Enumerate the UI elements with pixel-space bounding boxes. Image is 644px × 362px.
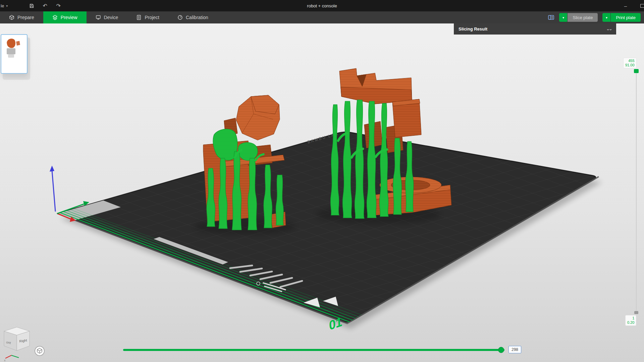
layer-bottom-height: 0.20 bbox=[627, 320, 634, 325]
save-button[interactable] bbox=[28, 2, 35, 9]
preview-layers-icon bbox=[52, 15, 58, 20]
layer-bottom-value: 1 bbox=[627, 316, 634, 320]
layer-top-height: 91.00 bbox=[625, 63, 635, 67]
save-icon bbox=[29, 3, 34, 8]
model-right[interactable] bbox=[330, 68, 451, 219]
layer-slider-top-chip: 455 91.00 bbox=[623, 58, 637, 68]
undo-button[interactable]: ↶ bbox=[41, 2, 49, 9]
tab-project[interactable]: Project bbox=[127, 11, 168, 23]
slice-plate-split-button: ▾ Slice plate bbox=[559, 13, 598, 22]
nav-cube-widget[interactable]: Right ont x bbox=[0, 324, 54, 362]
window-title: robot + console bbox=[307, 3, 337, 8]
project-document-icon bbox=[136, 15, 142, 20]
build-plate: BAMBU LAB 01 bbox=[57, 131, 599, 333]
slice-plate-dropdown[interactable]: ▾ bbox=[559, 13, 567, 22]
redo-button[interactable]: ↷ bbox=[55, 2, 62, 9]
layer-top-value: 455 bbox=[625, 59, 635, 63]
chevron-down-icon: ▾ bbox=[562, 16, 564, 19]
tab-preview[interactable]: Preview bbox=[43, 11, 87, 23]
collapse-double-chevron-icon: ⌄⌄ bbox=[606, 27, 611, 31]
tab-prepare-label: Prepare bbox=[17, 15, 34, 20]
maximize-button[interactable] bbox=[638, 2, 644, 9]
print-plate-dropdown[interactable]: ▾ bbox=[602, 13, 610, 22]
plate-list-icon[interactable] bbox=[548, 14, 554, 21]
layer-slider-handle-bottom[interactable] bbox=[634, 311, 638, 314]
plate-thumbnail-image bbox=[1, 35, 25, 72]
tab-device[interactable]: Device bbox=[87, 11, 127, 23]
slice-plate-button[interactable]: Slice plate bbox=[568, 13, 598, 22]
layer-slider-handle-top[interactable] bbox=[634, 69, 639, 73]
slicing-result-panel-header[interactable]: Slicing Result ⌄⌄ bbox=[454, 23, 616, 35]
tab-prepare[interactable]: Prepare bbox=[0, 11, 43, 23]
plate-thumbnail[interactable] bbox=[1, 34, 28, 74]
slicing-result-title: Slicing Result bbox=[459, 26, 487, 32]
layer-slider-bottom-chip: 1 0.20 bbox=[625, 315, 636, 326]
undo-icon: ↶ bbox=[43, 3, 47, 9]
titlebar: le ▾ ↶ ↷ robot + console – bbox=[0, 0, 644, 11]
calibration-gauge-icon bbox=[177, 15, 183, 20]
topbar-actions: ▾ Slice plate ▾ Print plate bbox=[548, 13, 644, 22]
layer-slider-track[interactable] bbox=[636, 71, 637, 313]
tab-calibration[interactable]: Calibration bbox=[168, 11, 217, 23]
print-plate-split-button: ▾ Print plate bbox=[602, 13, 641, 22]
tab-calibration-label: Calibration bbox=[186, 15, 208, 20]
device-monitor-icon bbox=[96, 15, 101, 20]
reset-view-button[interactable] bbox=[35, 346, 44, 356]
tab-preview-label: Preview bbox=[61, 15, 77, 20]
minimize-icon: – bbox=[624, 3, 627, 9]
nav-cube[interactable]: Right ont bbox=[4, 327, 30, 351]
tab-project-label: Project bbox=[145, 15, 159, 20]
tab-device-label: Device bbox=[104, 15, 118, 20]
move-slider-value: 298 bbox=[508, 346, 521, 353]
print-plate-button[interactable]: Print plate bbox=[611, 13, 641, 22]
maximize-icon bbox=[640, 4, 644, 8]
move-slider-track[interactable] bbox=[123, 349, 504, 351]
main-tabbar: Prepare Preview Device Project Calibrati… bbox=[0, 11, 644, 23]
app-menu-label: le bbox=[1, 3, 4, 8]
viewport-3d[interactable]: BAMBU LAB 01 bbox=[0, 0, 644, 362]
move-slider-handle[interactable] bbox=[498, 347, 504, 353]
chevron-down-icon: ▾ bbox=[6, 4, 8, 8]
app-menu[interactable]: le ▾ bbox=[1, 3, 8, 8]
chevron-down-icon: ▾ bbox=[606, 16, 607, 19]
redo-icon: ↷ bbox=[56, 3, 60, 9]
axis-x-label: x bbox=[4, 359, 6, 362]
prepare-cube-icon bbox=[9, 15, 14, 20]
nav-cube-axes: x bbox=[4, 355, 19, 362]
minimize-button[interactable]: – bbox=[621, 2, 630, 9]
